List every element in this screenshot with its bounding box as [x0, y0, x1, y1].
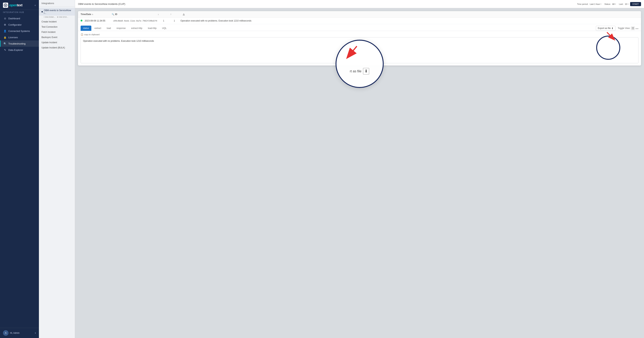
- row-datetime: 2023-09-09 11:34:55: [85, 20, 112, 22]
- chevron-down-icon: ▾: [600, 3, 602, 5]
- sidebar-item-configurator[interactable]: ⚙ Configurator: [0, 22, 39, 28]
- prev-page-button[interactable]: ◂1: [352, 68, 357, 72]
- tab-response[interactable]: response: [114, 26, 128, 31]
- users-icon: 👤: [4, 30, 6, 33]
- sidebar-item-label: Data Explorer: [8, 49, 23, 51]
- start-button[interactable]: START: [630, 2, 641, 6]
- copy-clipboard-button[interactable]: 📋 copy to clipboard: [80, 33, 638, 36]
- opentext-logo: opentext: [3, 3, 22, 8]
- sidebar-item-dashboard[interactable]: ⊙ Dashboard: [0, 15, 39, 22]
- middle-panel: Integrations OBM events to ServiceNow i.…: [39, 0, 75, 338]
- tab-extract[interactable]: extract: [92, 26, 104, 31]
- avatar: A: [3, 330, 8, 336]
- gear-icon: ⚙: [4, 23, 6, 26]
- topbar-controls: Time period: Last 1 hour ▾ Status: All ▾…: [577, 2, 641, 6]
- sidebar-item-licenses[interactable]: 🔒 Licenses: [0, 34, 39, 41]
- sidebar-item-label: Connected Systems: [8, 30, 30, 33]
- search-nav-icon: 🔍: [4, 42, 6, 45]
- sort-tri-icon: △: [183, 13, 184, 16]
- middle-item-create-incident[interactable]: Create Incident: [39, 19, 75, 24]
- pagination: ◂1 of 1 ▸: [78, 66, 641, 74]
- tab-extract-http[interactable]: extract-http: [129, 26, 145, 31]
- tab-load[interactable]: load: [104, 26, 114, 31]
- last-dropdown[interactable]: 10 ▾: [625, 3, 628, 5]
- main-topbar: OBM events to ServiceNow incidents (CLIP…: [75, 0, 644, 8]
- main-area: OBM events to ServiceNow incidents (CLIP…: [75, 0, 644, 338]
- sidebar-footer[interactable]: A Hi, Admin ▾: [0, 328, 39, 338]
- logo-icon: [3, 3, 8, 8]
- middle-panel-header: Integrations: [39, 0, 75, 7]
- sidebar-item-label: Troubleshooting: [8, 42, 26, 45]
- toggle-view-label: Toggle View:: [618, 27, 630, 30]
- sort-down-icon: ↓: [158, 13, 159, 16]
- middle-item-label: Fetch Incident: [42, 31, 56, 33]
- clipboard-icon: 📋: [80, 33, 83, 36]
- last-value: 10: [625, 3, 627, 5]
- last-label: Last:: [619, 3, 624, 5]
- active-dot: [42, 11, 43, 13]
- tab-status[interactable]: status: [80, 26, 91, 31]
- lock-icon: 🔒: [4, 36, 6, 39]
- middle-item-test-connection[interactable]: Test Connection: [39, 24, 75, 30]
- col-header-sort3[interactable]: △: [183, 13, 194, 16]
- col-header-timedate[interactable]: Time/Date ∧: [80, 13, 110, 16]
- chevron-down-icon: ▾: [615, 3, 616, 5]
- row-id: c09c8bb0-4eeb-11ee-8a7e-7963f290a5f4: [113, 20, 158, 22]
- hub-label: INTEGRATION HUB: [0, 10, 39, 15]
- middle-item-update-incident-bulk[interactable]: Update Incident (BULK): [39, 45, 75, 50]
- middle-item-update-incident[interactable]: Update Incident: [39, 40, 75, 45]
- export-as-file-button[interactable]: Export as file ⬇: [596, 26, 616, 31]
- tab-uql[interactable]: UQL: [160, 26, 169, 31]
- sidebar-item-data-explorer[interactable]: ✎ Data Explorer: [0, 47, 39, 53]
- middle-item-obm[interactable]: OBM events to ServiceNow i...: [39, 8, 75, 16]
- sort-up-icon: ↑: [170, 13, 172, 16]
- results-panel: Time/Date ∧ 🔍 ID ↓ ↑ △: [78, 11, 641, 66]
- col-header-sort2[interactable]: ↑: [170, 13, 182, 16]
- chevron-down-icon: ▾: [628, 3, 628, 5]
- next-page-button[interactable]: ▸: [364, 68, 368, 72]
- sidebar-item-label: Licenses: [8, 36, 18, 39]
- main-content: Time/Date ∧ 🔍 ID ↓ ↑ △: [75, 8, 644, 338]
- row-status-indicator: [80, 20, 83, 22]
- toggle-view-control: Toggle View: ▬: [618, 26, 638, 30]
- user-menu-icon: ▾: [35, 332, 36, 334]
- tab-load-http[interactable]: load-http: [146, 26, 159, 31]
- middle-item-fetch-incident[interactable]: Fetch Incident: [39, 30, 75, 35]
- download-icon: ⬇: [612, 27, 614, 30]
- sidebar-item-troubleshooting[interactable]: 🔍 Troubleshooting: [0, 41, 39, 47]
- status-dropdown[interactable]: All ▾: [612, 3, 616, 5]
- sidebar-item-label: Dashboard: [8, 17, 20, 20]
- success-dot: [80, 20, 82, 22]
- toggle-list-icon: ▬: [636, 27, 638, 30]
- edit-icon: ✎: [4, 48, 6, 51]
- table-row[interactable]: 2023-09-09 11:34:55 c09c8bb0-4eeb-11ee-8…: [78, 18, 641, 24]
- middle-sub-item: • new-instan... ⊕ new error...: [39, 16, 75, 19]
- detail-content: 📋 copy to clipboard Operation executed w…: [78, 31, 641, 66]
- col-header-id[interactable]: 🔍 ID: [112, 13, 156, 16]
- sidebar: opentext « INTEGRATION HUB ⊙ Dashboard ⚙…: [0, 0, 39, 338]
- sidebar-item-connected-systems[interactable]: 👤 Connected Systems: [0, 28, 39, 34]
- sidebar-header: opentext «: [0, 0, 39, 10]
- dashboard-icon: ⊙: [4, 17, 6, 20]
- page-title: OBM events to ServiceNow incidents (CLIP…: [78, 3, 575, 5]
- col-header-sort1[interactable]: ↓: [158, 13, 169, 16]
- time-period-value: Last 1 hour: [590, 3, 600, 5]
- middle-item-label: Test Connection: [42, 26, 58, 28]
- middle-section: OBM events to ServiceNow i... • new-inst…: [39, 7, 75, 51]
- page-info: of 1: [358, 69, 362, 71]
- row-num2: 1: [170, 20, 179, 22]
- collapse-sidebar-button[interactable]: «: [34, 4, 36, 7]
- sort-icon: ∧: [92, 13, 93, 15]
- copy-clipboard-label: copy to clipboard: [84, 33, 100, 36]
- grid-view-button[interactable]: [631, 26, 635, 30]
- logo-text: opentext: [9, 3, 22, 7]
- row-num1: 1: [159, 20, 168, 22]
- svg-point-2: [5, 5, 6, 6]
- detail-tabs: status extract load response extract-htt…: [78, 24, 641, 31]
- middle-item-backsync-event[interactable]: Backsync Event: [39, 35, 75, 40]
- middle-item-label: Create Incident: [42, 21, 56, 23]
- time-period-label: Time period:: [577, 3, 588, 5]
- middle-item-label: Update Incident: [42, 41, 57, 44]
- time-period-dropdown[interactable]: Last 1 hour ▾: [590, 3, 602, 5]
- sidebar-item-label: Configurator: [8, 23, 22, 26]
